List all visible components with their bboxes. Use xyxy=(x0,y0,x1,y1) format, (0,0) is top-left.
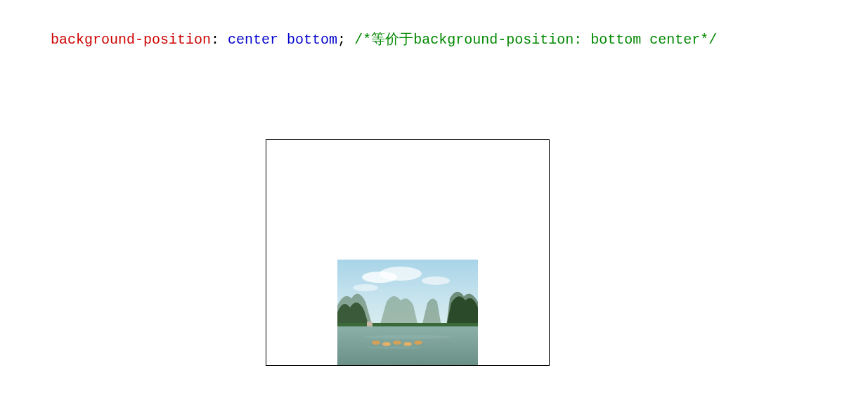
code-space xyxy=(346,32,354,48)
svg-point-9 xyxy=(372,341,380,345)
css-comment: /*等价于background-position: bottom center*… xyxy=(354,32,717,48)
svg-point-8 xyxy=(365,346,422,349)
svg-point-4 xyxy=(353,284,378,291)
css-value: center bottom xyxy=(228,32,337,48)
svg-point-3 xyxy=(422,276,450,285)
css-colon: : xyxy=(211,32,219,48)
svg-point-13 xyxy=(414,341,422,345)
svg-rect-14 xyxy=(367,322,373,326)
svg-point-12 xyxy=(403,342,412,346)
css-property: background-position xyxy=(51,32,211,48)
svg-point-10 xyxy=(382,342,391,346)
svg-point-2 xyxy=(380,267,422,281)
svg-point-11 xyxy=(393,341,401,345)
svg-point-7 xyxy=(365,335,450,339)
demo-box xyxy=(266,139,550,366)
landscape-image xyxy=(337,260,478,365)
code-space xyxy=(219,32,228,48)
css-semicolon: ; xyxy=(337,32,346,48)
code-line: background-position: center bottom; /*等价… xyxy=(51,30,717,49)
